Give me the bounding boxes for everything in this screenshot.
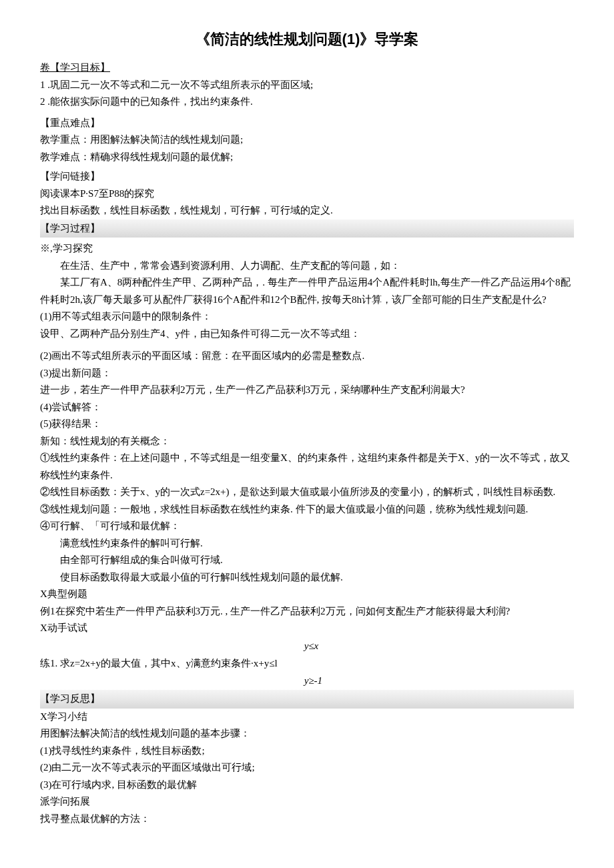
concept-1: ①线性约束条件：在上述问题中，不等式组是一组变量X、的约束条件，这组约束条件都是… — [40, 450, 574, 484]
concept-3: ③线性规划问题：一般地，求线性目标函数在线性约束条. 件下的最大值或最小值的问题… — [40, 501, 574, 518]
constraint-group: y≤x y≥-1 — [304, 637, 322, 691]
summary-step-3: (3)在可行域内求, 目标函数的最优解 — [40, 777, 574, 794]
constraint-1: y≤x — [304, 637, 322, 655]
step-4: (4)尝试解答： — [40, 399, 574, 416]
concept-2: ②线性目标函数：关于x、y的一次式z=2x+)，是欲达到最大值或最小值所涉及的变… — [40, 484, 574, 501]
step-1: (1)用不等式组表示问题中的限制条件： — [40, 308, 574, 326]
teaching-focus: 教学重点：用图解法解决简洁的线性规划问题; — [40, 131, 574, 149]
intro-text: 在生活、生产中，常常会遇到资源利用、人力调配、生产支配的等问题，如： — [40, 258, 574, 275]
concept-4: ④可行解、「可行域和最优解： — [40, 518, 574, 535]
feasible-solution: 满意线性约束条件的解叫可行解. — [40, 535, 574, 552]
typical-example-header: X典型例题 — [40, 586, 574, 603]
step-2: (2)画出不等式组所表示的平面区域：留意：在平面区域内的必需是整数点. — [40, 348, 574, 365]
objective-1: 1 .巩固二元一次不等式和二元一次不等式组所表示的平面区域; — [40, 77, 574, 94]
integer-method: 找寻整点最优解的方法： — [40, 811, 574, 828]
document-title: 《简洁的线性规划问题(1)》导学案 — [40, 27, 574, 51]
try-it-header: X动手试试 — [40, 620, 574, 637]
summary-step-2: (2)由二元一次不等式表示的平面区域做出可行域; — [40, 759, 574, 777]
summary-header: X学习小结 — [40, 709, 574, 726]
problem-statement: 某工厂有A、8两种配件生产甲、乙两种产品，. 每生产一件甲产品运用4个A配件耗时… — [40, 274, 574, 308]
teaching-difficulty: 教学难点：精确求得线性规划问题的最优解; — [40, 149, 574, 166]
summary-step-1: (1)找寻线性约束条件，线性目标函数; — [40, 743, 574, 760]
optimal-solution: 使目标函数取得最大或最小值的可行解叫线性规划问题的最优解. — [40, 569, 574, 586]
step-1-detail: 设甲、乙两种产品分别生产4、y件，由已知条件可得二元一次不等式组： — [40, 326, 574, 343]
key-difficulty-header: 【重点难点】 — [40, 115, 574, 132]
reading-reference: 阅读课本P·S7至P88的探究 — [40, 185, 574, 203]
constraint-2: y≥-1 — [304, 672, 322, 690]
extension-header: 派学问拓展 — [40, 793, 574, 811]
study-explore-subheader: ※,学习探究 — [40, 240, 574, 258]
example-1: 例1在探究中若生产一件甲产品获利3万元. , 生产一件乙产品获利2万元，问如何支… — [40, 603, 574, 620]
objective-2: 2 .能依据实际问题中的已知条件，找出约束条件. — [40, 93, 574, 111]
practice-1-row: 练1. 求z=2x+y的最大值，其中x、y满意约束条件·x+y≤l y≤x y≥… — [40, 637, 574, 691]
learning-objectives-header: 卷【学习目标】 — [40, 59, 574, 77]
step-3: (3)提出新问题： — [40, 365, 574, 382]
step-5: (5)获得结果： — [40, 416, 574, 433]
knowledge-link-header: 【学问链接】 — [40, 168, 574, 185]
summary-intro: 用图解法解决简洁的线性规划问题的基本步骤： — [40, 725, 574, 743]
find-definitions: 找出目标函数，线性目标函数，线性规划，可行解，可行域的定义. — [40, 202, 574, 220]
learning-process-header: 【学习过程】 — [40, 220, 574, 238]
feasible-region: 由全部可行解组成的集合叫做可行域. — [40, 552, 574, 569]
new-knowledge-header: 新知：线性规划的有关概念： — [40, 433, 574, 450]
step-3-question: 进一步，若生产一件甲产品获利2万元，生产一件乙产品获利3万元，采纳哪种生产支配利… — [40, 382, 574, 399]
practice-1: 练1. 求z=2x+y的最大值，其中x、y满意约束条件·x+y≤l — [40, 655, 278, 673]
learning-reflection-header: 【学习反思】 — [40, 690, 574, 709]
